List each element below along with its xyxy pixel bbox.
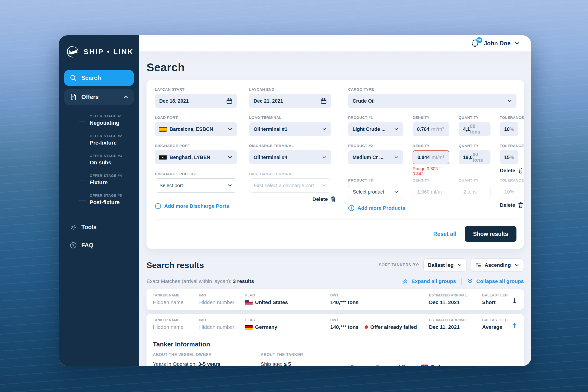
quantity-value: 4,1 — [463, 126, 470, 132]
sidebar-item-faq[interactable]: ? FAQ — [64, 238, 134, 252]
laycan-start-input[interactable]: Dec 18, 2021 — [155, 94, 237, 108]
sidebar-item-tools[interactable]: Tools — [64, 220, 134, 234]
arrival-value: Dec 11, 2021 — [429, 300, 460, 305]
discharge-terminal-select[interactable]: Oil terminal #4 — [249, 150, 331, 164]
add-products-label: Add more Products — [358, 205, 405, 211]
discharge-terminal2-placeholder: First select a discharge port — [254, 183, 319, 188]
product-1-density-input[interactable]: 0.764 mt/m³ — [412, 122, 449, 136]
sidebar-item-pre-fixture[interactable]: OFFER STAGE #2 Pre-fixture — [90, 130, 134, 150]
ballast-value: Short — [482, 300, 512, 305]
col-imo-label: IMO — [199, 293, 245, 297]
sort-field-select[interactable]: Ballast leg — [423, 258, 467, 272]
tanker-section-label: ABOUT THE TANKER — [261, 352, 350, 357]
discharge-port2-select[interactable]: Select port — [155, 178, 237, 192]
quantity-label: QUANTITY — [459, 144, 490, 148]
sort-direction-value: Ascending — [484, 262, 511, 268]
product-3-density-input[interactable]: 1.060 mt/m³ — [412, 185, 449, 199]
density-unit: mt/m³ — [432, 154, 444, 160]
offer-stage-label: Post-fixture — [90, 199, 134, 206]
document-icon — [70, 93, 77, 101]
load-port-group: LOAD PORT Barcelona, ESBCN — [155, 116, 237, 136]
quantity-placeholder: 2 tons — [463, 189, 476, 195]
offer-stage-label: Fixture — [90, 179, 134, 186]
tanker-section: ABOUT THE TANKER Ship age: ≤ 5 Cubic cap… — [261, 352, 350, 366]
quantity-suffix: 00 tons — [470, 124, 486, 135]
col-dwt-label: DWT — [330, 293, 429, 297]
product-1-quantity-input[interactable]: 4,1 00 tons — [459, 122, 490, 136]
col-tanker-name-label: TANKER NAME — [153, 293, 199, 297]
discharge-port-value: Benghazi, LYBEN — [170, 154, 225, 160]
delete-discharge-port-button[interactable]: Delete — [312, 196, 336, 202]
sidebar-item-on-subs[interactable]: OFFER STAGE #3 On subs — [90, 150, 134, 170]
double-chevron-up-icon — [402, 278, 408, 284]
reset-all-link[interactable]: Reset all — [433, 231, 456, 238]
laycan-end-input[interactable]: Dec 21, 2021 — [249, 94, 331, 108]
discharge-terminal2-select: First select a discharge port — [249, 178, 331, 192]
chevron-down-icon — [507, 98, 512, 104]
sidebar-item-offers[interactable]: Offers — [64, 89, 134, 105]
tanker-result-row: TANKER NAME Hidden name IMO Hidden numbe… — [146, 289, 524, 310]
delete-product-2-button[interactable]: Delete — [500, 167, 524, 174]
add-products-link[interactable]: Add more Products — [348, 205, 405, 211]
sidebar-item-negotiating[interactable]: OFFER STAGE #1 Negotiating — [90, 110, 134, 130]
product-1-select[interactable]: Light Crude ... — [348, 122, 403, 136]
offer-stage-label: Pre-fixture — [90, 140, 134, 146]
sort-field-value: Ballast leg — [428, 262, 454, 268]
product-2-quantity-input[interactable]: 19,0 00 tons — [459, 150, 490, 164]
product-2-density-input[interactable]: 0.844 mt/m³ — [412, 150, 449, 164]
trash-icon — [518, 202, 524, 208]
delete-product-3-button[interactable]: Delete — [500, 202, 524, 208]
dwt-value: 140,*** tons — [330, 300, 359, 305]
chevron-down-icon — [394, 190, 398, 194]
user-name: John Doe — [484, 40, 510, 47]
product-1-tolerance-input[interactable]: 10 % — [500, 122, 518, 136]
product-2-tolerance-input[interactable]: 15 % — [500, 150, 518, 164]
sort-label: SORT TANKERS BY: — [379, 263, 419, 267]
offer-stage-tag: OFFER STAGE #5 — [90, 194, 134, 198]
laycan-start-group: LAYCAN START Dec 18, 2021 — [155, 87, 237, 108]
topbar: 20 John Doe — [139, 35, 531, 52]
brand-name: SHIP • LINK — [84, 48, 134, 56]
product-3-placeholder: Select product — [353, 189, 391, 195]
sidebar-item-post-fixture[interactable]: OFFER STAGE #5 Post-fixture — [90, 190, 134, 210]
offer-status-badge: Offer already failed — [364, 324, 417, 330]
sidebar-nav: Search Offers OFFER STAGE #1 Ne — [64, 70, 134, 252]
product-2-select[interactable]: Medium Cr ... — [348, 150, 403, 164]
tolerance-value: 15 — [504, 154, 510, 160]
product-1-row: PRODUCT #1 Light Crude ... DENSITY 0.764 — [348, 116, 516, 136]
discharge-port2-placeholder: Select port — [160, 183, 224, 188]
product-3-tolerance-input[interactable]: 10% — [500, 185, 518, 199]
show-results-button[interactable]: Show results — [465, 226, 516, 242]
sort-direction-select[interactable]: Ascending — [471, 258, 524, 272]
density-error-message: Range 0.803 - 0.843 — [412, 166, 449, 177]
laycan-end-group: LAYCAN END Dec 21, 2021 — [249, 87, 331, 108]
user-menu-chevron-icon[interactable] — [514, 41, 520, 46]
collapse-row-arrow[interactable]: ↑ — [512, 318, 518, 329]
countries-section: Country of Registered Owner: Turkey Coun… — [350, 352, 518, 366]
product-3-select[interactable]: Select product — [348, 185, 403, 199]
cargo-type-select[interactable]: Crude Oil — [348, 94, 516, 108]
product-3-quantity-input[interactable]: 2 tons — [459, 185, 490, 199]
tolerance-placeholder: 10% — [504, 189, 514, 195]
notifications-button[interactable]: 20 — [471, 39, 480, 48]
discharge-terminal-group: DISCHARGE TERMINAL Oil terminal #4 — [249, 144, 331, 164]
cargo-type-label: CARGO TYPE — [348, 87, 516, 92]
expand-all-groups-link[interactable]: Expand all groups — [402, 278, 456, 284]
sort-ascending-icon — [475, 262, 481, 268]
expand-row-arrow[interactable]: ↓ — [512, 293, 518, 304]
load-port-select[interactable]: Barcelona, ESBCN — [155, 122, 237, 136]
collapse-all-groups-link[interactable]: Collapse all groups — [467, 278, 524, 284]
product-2-value: Medium Cr ... — [352, 154, 391, 160]
discharge-port-select[interactable]: Benghazi, LYBEN — [155, 150, 237, 164]
sidebar-item-label: Offers — [81, 94, 119, 100]
col-ballast-label: BALLAST LEG — [482, 293, 512, 297]
discharge-port2-label: DISCHARGE PORT #2 — [155, 172, 237, 176]
gear-icon — [70, 224, 77, 231]
col-tanker-name-label: TANKER NAME — [153, 318, 199, 322]
sidebar-item-search[interactable]: Search — [64, 70, 134, 86]
load-terminal-group: LOAD TERMINAL Oil terminal #1 — [249, 116, 331, 136]
trash-icon — [518, 167, 524, 174]
add-discharge-ports-link[interactable]: Add more Discharge Ports — [155, 203, 229, 209]
load-terminal-select[interactable]: Oil terminal #1 — [249, 122, 331, 136]
sidebar-item-fixture[interactable]: OFFER STAGE #4 Fixture — [90, 170, 134, 190]
